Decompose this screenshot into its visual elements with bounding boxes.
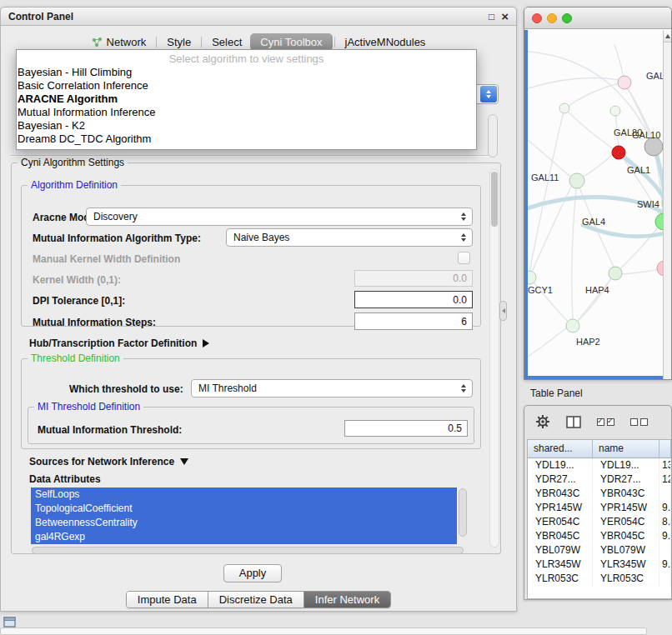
network-node[interactable] [528, 271, 536, 284]
table-body: YDL19...YDL19...13YDR27...YDR27...12YBR0… [528, 458, 671, 586]
select-all-icon[interactable] [597, 418, 614, 426]
algorithm-option[interactable]: Bayesian - K2 [17, 119, 476, 132]
tab-network[interactable]: Network [83, 33, 155, 51]
table-row[interactable]: YDL19...YDL19...13 [528, 458, 671, 472]
tab-impute-data[interactable]: Impute Data [127, 592, 208, 608]
table-cell: YLR053C [593, 572, 659, 586]
network-node[interactable] [559, 103, 569, 113]
attribute-list-item[interactable]: TopologicalCoefficient [31, 502, 457, 516]
panel-grid-icon[interactable] [3, 616, 16, 627]
network-node[interactable] [566, 319, 579, 332]
mi-steps-field[interactable]: 6 [354, 312, 473, 330]
attribute-list-item[interactable]: BetweennessCentrality [31, 516, 457, 530]
column-header-name[interactable]: name [593, 440, 659, 458]
algorithm-option[interactable]: Bayesian - Hill Climbing [17, 66, 476, 79]
float-window-icon[interactable]: □ [489, 12, 494, 22]
table-toolbar [524, 406, 671, 438]
table-row[interactable]: YBL079WYBL079W [528, 543, 671, 558]
table-cell: YDR27... [528, 472, 593, 487]
algorithm-option[interactable]: Dream8 DC_TDC Algorithm [17, 132, 476, 146]
network-edge[interactable] [528, 140, 570, 177]
updown-arrows-icon [461, 229, 466, 246]
algorithm-option[interactable]: Basic Correlation Inference [17, 79, 476, 92]
network-edge[interactable] [529, 108, 564, 272]
network-edge[interactable] [564, 108, 614, 149]
attributes-vertical-scrollbar[interactable] [459, 488, 467, 537]
pane-divider-handle[interactable] [499, 301, 507, 321]
control-panel-title: Control Panel [8, 11, 73, 22]
table-row[interactable]: YLR053CYLR053C [528, 572, 671, 586]
network-node[interactable] [618, 76, 631, 89]
table-row[interactable]: YPR145WYPR145W9. [528, 501, 671, 515]
network-node[interactable] [612, 146, 625, 159]
algorithm-option[interactable]: Mutual Information Inference [17, 106, 476, 119]
node-label: GCY1 [528, 285, 553, 295]
table-row[interactable]: YDR27...YDR27...12 [528, 472, 671, 487]
updown-arrows-icon [461, 380, 466, 397]
network-window-titlebar[interactable] [524, 8, 671, 29]
deselect-all-icon[interactable] [630, 418, 648, 426]
close-traffic-light[interactable] [532, 13, 542, 23]
table-row[interactable]: YLR345WYLR345W9. [528, 558, 671, 572]
network-edge[interactable] [572, 181, 577, 319]
application-window: Control Panel □ × Network Style Select [0, 0, 672, 635]
tab-cyni-toolbox-label: Cyni Toolbox [260, 36, 322, 48]
minimize-traffic-light[interactable] [547, 13, 557, 23]
network-edge[interactable] [564, 83, 619, 108]
network-edge[interactable] [583, 225, 663, 237]
table-cell: 12 [659, 472, 671, 487]
which-threshold-select[interactable]: MI Threshold [191, 379, 473, 398]
network-canvas[interactable]: GALGAL80GAL10GAL11GAL1SWI4GAL4GCY1HAP4YH… [524, 30, 663, 379]
tab-discretize-data[interactable]: Discretize Data [208, 592, 304, 608]
mi-type-select[interactable]: Naive Bayes [226, 228, 473, 247]
dpi-tolerance-field[interactable]: 0.0 [354, 291, 473, 308]
attributes-horizontal-scrollbar[interactable] [32, 547, 464, 554]
column-header-shared-name[interactable]: shared... [528, 440, 593, 458]
network-node[interactable] [610, 106, 620, 116]
sources-toggle[interactable]: Sources for Network Inference [29, 456, 188, 468]
manual-kernel-checkbox[interactable] [458, 252, 470, 264]
network-node[interactable] [644, 138, 663, 156]
scroll-up-arrow-icon[interactable] [664, 30, 671, 42]
network-edge[interactable] [529, 278, 568, 322]
network-node[interactable] [657, 261, 663, 276]
scrollbar-thumb[interactable] [491, 172, 498, 227]
gear-icon[interactable] [535, 414, 550, 429]
table-cell: YDL19... [528, 458, 593, 472]
kernel-width-label: Kernel Width (0,1): [33, 274, 121, 286]
mi-threshold-field[interactable]: 0.5 [344, 420, 468, 437]
attribute-list-item[interactable]: gal4RGexp [31, 530, 457, 544]
tab-cyni-toolbox[interactable]: Cyni Toolbox [250, 33, 332, 51]
which-threshold-value: MI Threshold [198, 382, 257, 394]
table-cell: YBR045C [528, 529, 593, 543]
tab-jactivemnodules[interactable]: jActiveMNodules [337, 33, 434, 51]
control-panel-titlebar[interactable]: Control Panel □ × [1, 8, 516, 26]
scrollbar-fragment[interactable] [488, 114, 498, 158]
zoom-traffic-light[interactable] [562, 13, 572, 23]
columns-icon[interactable] [566, 416, 581, 428]
tab-style[interactable]: Style [158, 33, 199, 51]
kernel-width-field[interactable]: 0.0 [354, 270, 473, 287]
tab-select[interactable]: Select [203, 33, 250, 51]
table-row[interactable]: YBR045CYBR045C9. [528, 529, 671, 543]
attribute-list-item[interactable]: SelfLoops [31, 488, 457, 502]
expanded-arrow-icon [180, 458, 188, 465]
algorithm-option[interactable]: ARACNE Algorithm [17, 92, 476, 106]
network-scrollbar[interactable] [663, 30, 671, 379]
column-header-partial[interactable] [659, 440, 671, 458]
table-cell [659, 572, 671, 586]
hub-definition-toggle[interactable]: Hub/Transcription Factor Definition [29, 338, 209, 349]
network-edge[interactable] [528, 328, 567, 357]
close-window-icon[interactable]: × [501, 12, 509, 22]
network-node[interactable] [655, 213, 663, 230]
apply-button[interactable]: Apply [223, 564, 282, 582]
table-row[interactable]: YBR043CYBR043C [528, 487, 671, 501]
table-row[interactable]: YER054CYER054C8. [528, 515, 671, 529]
network-node[interactable] [609, 267, 622, 280]
settings-scrollbar[interactable] [489, 169, 499, 548]
tab-infer-network[interactable]: Infer Network [304, 592, 390, 608]
aracne-mode-select[interactable]: Discovery [86, 208, 473, 226]
table-cell: 9. [659, 501, 671, 515]
sources-label: Sources for Network Inference [29, 456, 174, 468]
network-node[interactable] [569, 173, 584, 188]
